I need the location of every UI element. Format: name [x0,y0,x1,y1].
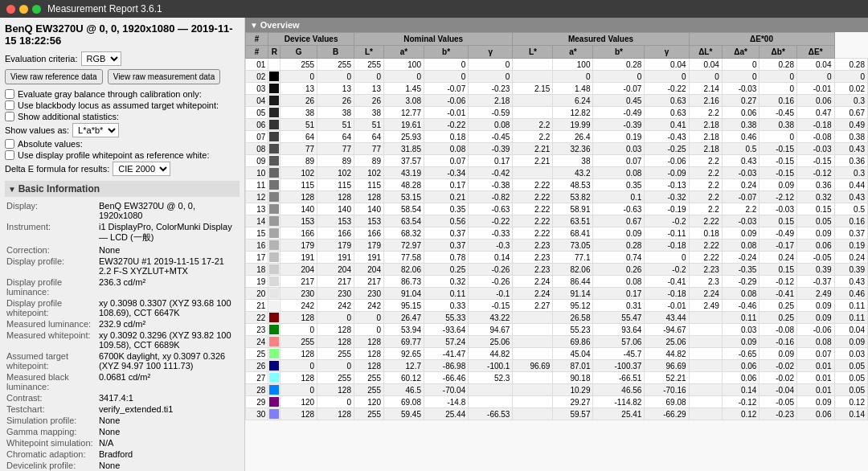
view-raw-meas-button[interactable]: View raw measurement data [108,69,221,84]
cell-g-meas: 2.49 [689,300,722,312]
cell-l-nom: 12.77 [383,107,424,119]
cell-l-nom: 58.54 [383,203,424,215]
option-abs-values: Absolute values: [5,139,240,149]
cell-num: 27 [246,372,268,384]
maximize-button[interactable] [32,5,41,14]
table-row: 30 128 128 255 59.45 25.44 -66.53 59.57 … [246,408,868,420]
th-dl: ΔL* [689,46,722,59]
column-group-row: # Device Values Nominal Values Measured … [246,33,868,46]
table-row: 12 128 128 128 53.15 0.21 -0.82 2.22 53.… [246,191,868,203]
cell-l-meas: 10.29 [553,384,593,396]
table-row: 24 255 128 128 69.77 57.24 25.06 69.86 5… [246,336,868,348]
cell-g-meas: 2.18 [689,143,722,155]
gray-balance-label: Evaluate gray balance through calibratio… [18,89,202,99]
cell-r: 128 [280,191,317,203]
blackbody-checkbox[interactable] [5,100,14,110]
cell-db: 0.05 [796,215,834,227]
cell-dl: 0.38 [722,119,760,131]
cell-a-nom: -0.01 [424,107,468,119]
cell-a-meas: -0.63 [593,203,645,215]
cell-l-meas: 95.12 [553,300,593,312]
cell-a-meas: 0.17 [593,288,645,300]
cell-g-meas: 0.18 [689,227,722,240]
cell-b: 255 [354,59,383,71]
cell-g: 51 [317,119,354,131]
cell-g-nom: 2.27 [513,300,553,312]
cell-da: 0.28 [760,59,797,71]
cell-r: 128 [280,408,317,420]
cell-b-nom: 0 [469,71,513,83]
cell-swatch [268,252,280,264]
cell-dl: 0.5 [722,143,760,155]
cell-swatch [268,360,280,372]
basic-info-section[interactable]: Basic Information [5,181,240,197]
delta-formula-select[interactable]: CIE 2000 [113,162,170,176]
cell-da: 0.15 [760,264,797,276]
minimize-button[interactable] [19,5,28,14]
cell-dl: 2.2 [722,203,760,215]
cell-g-nom: 2.22 [513,203,553,215]
cell-num: 16 [246,240,268,252]
view-raw-ref-button[interactable]: View raw reference data [5,69,103,84]
cell-num: 13 [246,203,268,215]
cell-da: 0 [760,131,797,143]
cell-a-nom: -93.64 [424,324,468,336]
cell-swatch [268,336,280,348]
cell-a-meas: 25.41 [593,408,645,420]
cell-g-nom: 2.21 [513,155,553,167]
cell-b-meas: 52.21 [645,372,689,384]
cell-g: 191 [317,252,354,264]
cell-db: 0.15 [796,203,834,215]
window-title: Measurement Report 3.6.1 [47,3,162,14]
info-value-display: BenQ EW3270U @ 0, 0, 1920x1080 [97,200,240,221]
cell-dl: -0.46 [722,300,760,312]
cell-a-nom: 0.21 [424,191,468,203]
cell-b-meas: 25.06 [645,336,689,348]
info-value-devicelink: None [97,460,240,471]
info-label-meas-whitepoint: Measured whitepoint: [5,330,97,350]
cell-swatch [268,179,280,191]
close-button[interactable] [6,5,15,14]
cell-b: 230 [354,288,383,300]
cell-g: 64 [317,131,354,143]
abs-values-checkbox[interactable] [5,139,14,149]
table-row: 18 204 204 204 82.06 0.25 -0.26 2.23 82.… [246,264,868,276]
cell-a-nom: 0.08 [424,143,468,155]
overview-header[interactable]: Overview [245,18,868,32]
cell-db: 0.01 [796,384,834,396]
cell-g-nom: 2.22 [513,179,553,191]
cell-l-meas: 6.24 [553,95,593,107]
cell-da: -0.41 [760,288,797,300]
cell-dl: 0.27 [722,95,760,107]
show-stats-checkbox[interactable] [5,112,14,121]
show-values-select[interactable]: L*a*b* [72,123,119,137]
cell-da: 0.09 [760,179,797,191]
cell-db: 0.06 [796,95,834,107]
cell-g: 242 [317,300,354,312]
cell-de: 0.16 [834,215,868,227]
cell-g: 0 [317,71,354,83]
table-row: 22 128 0 0 26.47 55.33 43.22 26.58 55.47… [246,312,868,324]
cell-a-nom: 0.33 [424,300,468,312]
cell-l-nom: 59.45 [383,408,424,420]
cell-swatch [268,240,280,252]
eval-criteria-row: Evaluation criteria: RGB [5,51,240,66]
cell-de: 0.05 [834,384,868,396]
info-label-profile-whitepoint: Display profile whitepoint: [5,297,97,318]
cell-l-meas: 29.27 [553,396,593,408]
cell-a-meas: 57.06 [593,336,645,348]
info-value-profile-whitepoint: xy 0.3098 0.3307 (XYZ 93.68 100 108.69),… [97,297,240,318]
cell-g-meas: 2.16 [689,95,722,107]
cell-l-meas: 48.53 [553,179,593,191]
gray-balance-checkbox[interactable] [5,89,14,99]
cell-l-nom: 53.15 [383,191,424,203]
cell-de: 0.49 [834,119,868,131]
cell-a-nom: -0.06 [424,95,468,107]
cell-b-nom: -0.63 [469,203,513,215]
cell-da: 0.38 [760,119,797,131]
eval-criteria-select[interactable]: RGB [81,51,121,66]
cell-l-nom: 95.15 [383,300,424,312]
display-profile-checkbox[interactable] [5,150,14,160]
table-row: 01 255 255 255 100 0 0 100 0.28 0.04 0.0… [246,59,868,71]
cell-g: 166 [317,227,354,240]
